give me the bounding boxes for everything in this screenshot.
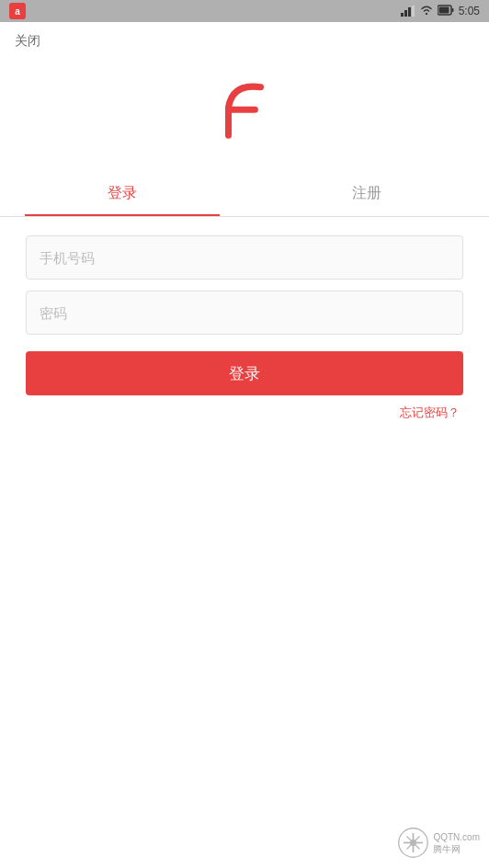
svg-rect-0	[401, 13, 404, 17]
tab-register[interactable]: 注册	[244, 171, 489, 216]
forgot-password-area: 忘记密码？	[26, 405, 463, 421]
watermark-logo-icon	[397, 827, 429, 859]
status-bar: a 5:05	[0, 0, 489, 22]
battery-icon	[438, 5, 454, 18]
svg-rect-3	[412, 6, 415, 17]
tab-bar: 登录 注册	[0, 171, 489, 217]
svg-rect-6	[451, 8, 453, 12]
status-bar-left: a	[9, 3, 26, 19]
login-button[interactable]: 登录	[26, 351, 463, 395]
app-logo	[212, 79, 277, 143]
status-bar-right: 5:05	[401, 5, 480, 18]
top-bar: 关闭	[0, 22, 489, 61]
signal-icon	[401, 6, 415, 17]
svg-rect-1	[404, 10, 407, 17]
main-content: 关闭 登录 注册 登录 忘记密码？	[0, 22, 489, 868]
svg-rect-5	[438, 6, 449, 13]
tab-login[interactable]: 登录	[0, 171, 244, 216]
svg-point-8	[410, 839, 416, 846]
watermark: QQTN.com 腾牛网	[397, 827, 480, 859]
password-input[interactable]	[26, 291, 463, 335]
time-display: 5:05	[459, 5, 480, 17]
app-icon: a	[9, 3, 26, 19]
login-form: 登录 忘记密码？	[0, 235, 489, 421]
watermark-text: QQTN.com 腾牛网	[433, 831, 480, 855]
logo-area	[0, 61, 489, 171]
phone-input[interactable]	[26, 235, 463, 280]
forgot-password-link[interactable]: 忘记密码？	[400, 405, 460, 421]
close-button[interactable]: 关闭	[15, 33, 40, 50]
svg-rect-2	[408, 7, 411, 17]
wifi-icon	[420, 5, 433, 18]
